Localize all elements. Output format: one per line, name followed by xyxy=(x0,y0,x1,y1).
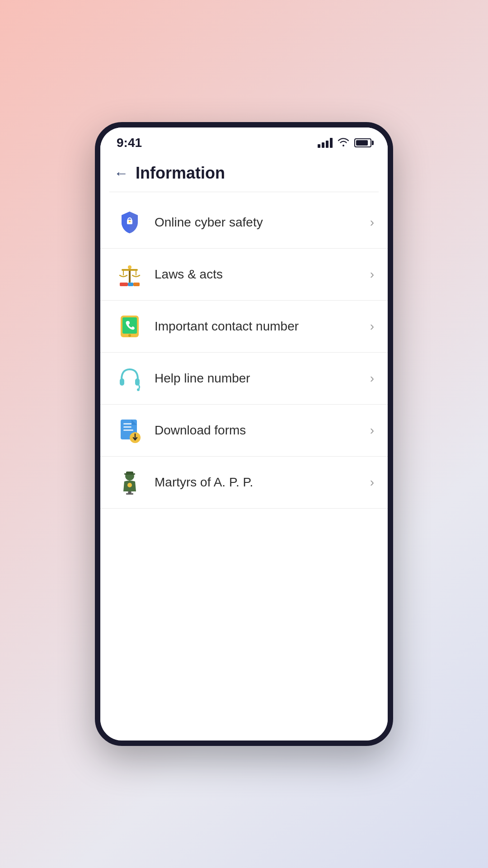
wifi-icon xyxy=(337,137,350,149)
menu-label-helpline: Help line number xyxy=(155,371,370,386)
status-time: 9:41 xyxy=(117,136,142,150)
menu-item-laws-acts[interactable]: Laws & acts › xyxy=(100,249,388,301)
scale-icon xyxy=(114,259,145,290)
svg-point-25 xyxy=(127,483,132,487)
menu-label-important-contact: Important contact number xyxy=(155,319,370,334)
menu-item-download-forms[interactable]: Download forms › xyxy=(100,405,388,457)
download-doc-icon xyxy=(114,415,145,446)
chevron-icon: › xyxy=(370,215,374,230)
signal-bars-icon xyxy=(318,138,333,148)
menu-label-download-forms: Download forms xyxy=(155,423,370,438)
svg-point-2 xyxy=(129,221,131,222)
chevron-icon: › xyxy=(370,267,374,282)
menu-item-online-cyber-safety[interactable]: Online cyber safety › xyxy=(100,197,388,249)
battery-icon xyxy=(354,138,371,147)
chevron-icon: › xyxy=(370,423,374,438)
menu-list: Online cyber safety › xyxy=(100,192,388,741)
svg-rect-24 xyxy=(124,473,135,475)
svg-point-13 xyxy=(128,334,131,337)
svg-rect-27 xyxy=(126,493,133,495)
chevron-icon: › xyxy=(370,371,374,386)
page-title: Information xyxy=(136,164,225,183)
shield-icon xyxy=(114,207,145,238)
svg-rect-20 xyxy=(123,429,133,431)
svg-rect-4 xyxy=(128,283,133,286)
svg-rect-3 xyxy=(120,283,128,286)
svg-rect-19 xyxy=(123,426,131,428)
menu-label-laws-acts: Laws & acts xyxy=(155,267,370,282)
menu-item-helpline[interactable]: Help line number › xyxy=(100,353,388,405)
header: ← Information xyxy=(100,155,388,192)
screen: 9:41 xyxy=(100,127,388,741)
mic-icon xyxy=(114,467,145,498)
menu-label-martyrs: Martyrs of A. P. P. xyxy=(155,475,370,490)
back-arrow-icon: ← xyxy=(114,165,128,182)
chevron-icon: › xyxy=(370,475,374,490)
menu-label-online-cyber-safety: Online cyber safety xyxy=(155,215,370,230)
svg-rect-5 xyxy=(133,283,140,286)
phone-icon xyxy=(114,311,145,342)
svg-rect-7 xyxy=(122,269,138,271)
svg-point-16 xyxy=(137,388,140,391)
svg-rect-14 xyxy=(120,378,124,386)
phone-frame: 9:41 xyxy=(95,122,393,746)
status-bar: 9:41 xyxy=(100,127,388,155)
headset-icon xyxy=(114,363,145,394)
status-icons xyxy=(318,137,371,149)
menu-item-martyrs[interactable]: Martyrs of A. P. P. › xyxy=(100,457,388,509)
back-button[interactable]: ← xyxy=(114,165,128,182)
menu-item-important-contact[interactable]: Important contact number › xyxy=(100,301,388,353)
svg-rect-26 xyxy=(128,491,131,493)
chevron-icon: › xyxy=(370,319,374,334)
svg-point-10 xyxy=(128,265,131,269)
svg-rect-12 xyxy=(122,317,137,334)
